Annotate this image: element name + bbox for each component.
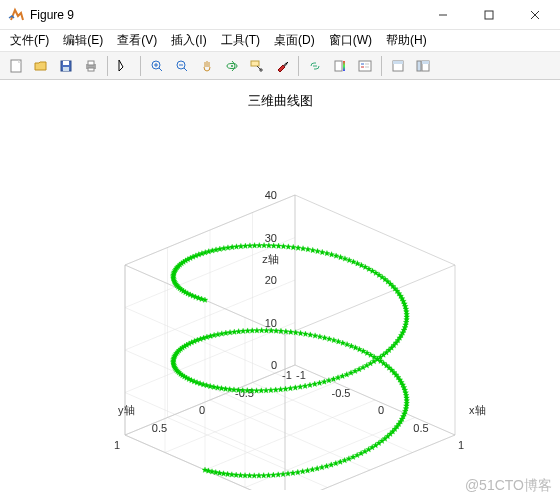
menu-help[interactable]: 帮助(H) xyxy=(380,30,433,51)
svg-marker-268 xyxy=(297,384,303,389)
new-figure-button[interactable] xyxy=(4,54,28,78)
zoom-out-button[interactable] xyxy=(170,54,194,78)
svg-text:-1: -1 xyxy=(282,369,292,381)
menubar: 文件(F) 编辑(E) 查看(V) 插入(I) 工具(T) 桌面(D) 窗口(W… xyxy=(0,30,560,52)
print-button[interactable] xyxy=(79,54,103,78)
svg-line-21 xyxy=(257,66,261,70)
svg-rect-20 xyxy=(251,61,259,66)
svg-marker-121 xyxy=(310,467,316,472)
svg-line-56 xyxy=(285,435,455,490)
svg-marker-264 xyxy=(278,386,284,391)
svg-marker-341 xyxy=(286,244,292,249)
rotate3d-button[interactable] xyxy=(220,54,244,78)
menu-view[interactable]: 查看(V) xyxy=(111,30,163,51)
svg-rect-7 xyxy=(63,67,69,71)
window-title: Figure 9 xyxy=(30,8,420,22)
window-titlebar: Figure 9 xyxy=(0,0,560,30)
menu-desktop[interactable]: 桌面(D) xyxy=(268,30,321,51)
svg-marker-110 xyxy=(256,473,262,478)
maximize-button[interactable] xyxy=(466,0,512,30)
svg-rect-26 xyxy=(343,61,345,71)
svg-line-71 xyxy=(295,195,455,265)
menu-insert[interactable]: 插入(I) xyxy=(165,30,212,51)
colorbar-button[interactable] xyxy=(328,54,352,78)
plot-canvas: 010203040-1-0.500.51-1-0.500.51x轴y轴z轴 xyxy=(0,80,560,490)
svg-marker-108 xyxy=(247,473,253,478)
svg-marker-199 xyxy=(249,328,255,333)
svg-marker-186 xyxy=(312,333,318,338)
svg-marker-347 xyxy=(256,243,262,248)
minimize-button[interactable] xyxy=(420,0,466,30)
svg-text:0: 0 xyxy=(378,404,384,416)
svg-marker-120 xyxy=(305,468,311,473)
matlab-icon xyxy=(8,7,24,23)
open-button[interactable] xyxy=(29,54,53,78)
svg-marker-262 xyxy=(268,387,274,392)
svg-marker-116 xyxy=(285,471,291,476)
svg-line-68 xyxy=(285,435,455,490)
close-button[interactable] xyxy=(512,0,558,30)
svg-marker-267 xyxy=(292,385,298,390)
brush-button[interactable] xyxy=(270,54,294,78)
svg-rect-25 xyxy=(335,61,342,71)
svg-marker-187 xyxy=(307,332,313,337)
svg-marker-338 xyxy=(300,246,306,251)
svg-marker-197 xyxy=(259,328,265,333)
svg-text:40: 40 xyxy=(265,189,277,201)
svg-rect-33 xyxy=(393,61,403,64)
svg-marker-198 xyxy=(254,328,260,333)
svg-marker-185 xyxy=(317,334,323,339)
toolbar-separator xyxy=(140,56,141,76)
save-button[interactable] xyxy=(54,54,78,78)
menu-tools[interactable]: 工具(T) xyxy=(215,30,266,51)
axes-3d[interactable]: 三维曲线图 010203040-1-0.500.51-1-0.500.51x轴y… xyxy=(0,80,560,503)
svg-marker-118 xyxy=(295,469,301,474)
svg-marker-194 xyxy=(273,328,279,333)
menu-edit[interactable]: 编辑(E) xyxy=(57,30,109,51)
svg-marker-336 xyxy=(310,247,316,252)
zoom-in-button[interactable] xyxy=(145,54,169,78)
svg-marker-114 xyxy=(275,472,281,477)
svg-text:y轴: y轴 xyxy=(118,404,135,416)
svg-rect-27 xyxy=(359,61,371,71)
menu-window[interactable]: 窗口(W) xyxy=(323,30,378,51)
svg-marker-260 xyxy=(258,388,264,393)
edit-plot-button[interactable] xyxy=(112,54,136,78)
svg-line-64 xyxy=(168,418,328,488)
svg-marker-265 xyxy=(283,386,289,391)
svg-line-12 xyxy=(159,68,162,71)
svg-marker-269 xyxy=(302,383,308,388)
svg-marker-261 xyxy=(263,387,269,392)
svg-text:20: 20 xyxy=(265,274,277,286)
chart-title: 三维曲线图 xyxy=(0,92,560,110)
svg-text:z轴: z轴 xyxy=(262,253,279,265)
data-cursor-button[interactable] xyxy=(245,54,269,78)
svg-text:0.5: 0.5 xyxy=(413,422,428,434)
svg-marker-344 xyxy=(271,243,277,248)
svg-rect-6 xyxy=(63,61,69,65)
svg-text:30: 30 xyxy=(265,232,277,244)
svg-marker-334 xyxy=(319,249,325,254)
svg-marker-342 xyxy=(281,243,287,248)
svg-marker-190 xyxy=(293,330,299,335)
hide-plot-tools-button[interactable] xyxy=(386,54,410,78)
svg-marker-263 xyxy=(273,387,279,392)
svg-marker-188 xyxy=(303,331,309,336)
svg-marker-184 xyxy=(322,335,328,340)
svg-marker-266 xyxy=(288,385,294,390)
svg-point-19 xyxy=(231,65,233,67)
show-plot-tools-button[interactable] xyxy=(411,54,435,78)
svg-rect-10 xyxy=(88,68,94,71)
svg-text:10: 10 xyxy=(265,317,277,329)
svg-rect-9 xyxy=(88,61,94,65)
svg-text:0: 0 xyxy=(271,359,277,371)
svg-marker-343 xyxy=(276,243,282,248)
menu-file[interactable]: 文件(F) xyxy=(4,30,55,51)
toolbar xyxy=(0,52,560,80)
svg-line-16 xyxy=(184,68,187,71)
pan-button[interactable] xyxy=(195,54,219,78)
link-plot-button[interactable] xyxy=(303,54,327,78)
svg-line-72 xyxy=(285,265,455,335)
legend-button[interactable] xyxy=(353,54,377,78)
svg-text:0.5: 0.5 xyxy=(152,422,167,434)
